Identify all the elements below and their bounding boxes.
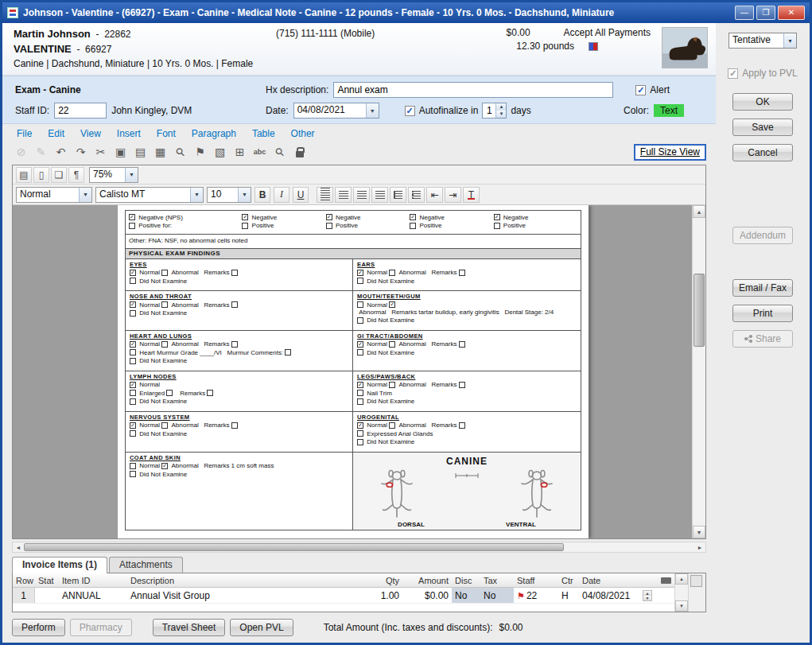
page-layout-icon[interactable]: ▤ (16, 167, 32, 183)
share-button[interactable]: Share (732, 330, 793, 348)
form-checkbox[interactable] (231, 341, 238, 348)
zoom-dropdown[interactable]: 75% ▼ (89, 167, 138, 183)
form-checkbox[interactable] (357, 317, 363, 324)
date-dropdown[interactable]: 04/08/2021 ▼ (293, 103, 379, 119)
cell-amount[interactable]: $0.00 (402, 590, 452, 601)
cell-row-number[interactable]: 1 (13, 588, 35, 603)
zoom-icon[interactable]: ⚲ (168, 139, 193, 165)
single-page-icon[interactable]: ▯ (33, 167, 49, 183)
form-checkbox[interactable] (459, 341, 465, 348)
alert-checkbox[interactable]: ✓ (635, 85, 646, 95)
tab-attachments[interactable]: Attachments (109, 557, 183, 573)
align-justify-icon[interactable] (371, 187, 388, 203)
form-checkbox[interactable] (357, 430, 363, 437)
scroll-down-icon[interactable]: ▼ (675, 600, 688, 612)
addendum-button[interactable]: Addendum (732, 227, 793, 244)
col-item-id[interactable]: Item ID (59, 576, 127, 585)
multi-page-icon[interactable]: ❏ (51, 167, 67, 183)
cell-ctr[interactable]: H (558, 590, 579, 601)
cell-qty[interactable]: 1.00 (363, 590, 402, 601)
form-checkbox[interactable] (357, 301, 363, 308)
col-description[interactable]: Description (127, 576, 363, 585)
form-checkbox[interactable]: ✓ (130, 341, 136, 348)
menu-insert[interactable]: Insert (117, 128, 141, 139)
cell-tax[interactable]: No (480, 588, 514, 603)
align-right-icon[interactable] (353, 187, 370, 203)
form-checkbox[interactable]: ✓ (242, 214, 248, 220)
perform-button[interactable]: Perform (12, 619, 65, 636)
insert-image-icon[interactable]: ▧ (211, 143, 229, 161)
form-checkbox[interactable]: ✓ (389, 301, 395, 308)
chevron-down-icon[interactable]: ▼ (125, 168, 138, 182)
form-checkbox[interactable] (357, 439, 363, 445)
hx-description-input[interactable] (333, 82, 613, 98)
col-amount[interactable]: Amount (402, 576, 452, 585)
form-checkbox[interactable]: ✓ (326, 214, 332, 220)
scroll-up-icon[interactable]: ▲ (675, 573, 688, 585)
ok-button[interactable]: OK (732, 93, 793, 111)
chevron-down-icon[interactable]: ▼ (238, 188, 251, 202)
status-dropdown[interactable]: Tentative ▼ (728, 33, 797, 49)
form-checkbox[interactable]: ✓ (357, 382, 363, 388)
form-checkbox[interactable]: ✓ (410, 214, 416, 220)
col-disc[interactable]: Disc (452, 576, 480, 585)
email-fax-button[interactable]: Email / Fax (732, 279, 793, 297)
form-checkbox[interactable] (161, 422, 168, 429)
cell-description[interactable]: Annual Visit Group (127, 590, 363, 601)
autofinalize-days-stepper[interactable]: ▲▼ (482, 103, 507, 119)
form-checkbox[interactable] (231, 422, 238, 429)
col-stat[interactable]: Stat (35, 576, 59, 585)
form-checkbox[interactable] (357, 349, 363, 356)
form-checkbox[interactable]: ✓ (494, 214, 500, 220)
form-checkbox[interactable] (166, 390, 173, 396)
italic-button[interactable]: I (274, 187, 289, 203)
copy-icon[interactable]: ▣ (111, 143, 130, 161)
menu-file[interactable]: File (17, 128, 32, 139)
document-scrollbar[interactable]: ▲ ▼ (692, 205, 705, 538)
form-checkbox[interactable] (357, 278, 363, 284)
pharmacy-button[interactable]: Pharmacy (70, 619, 132, 636)
form-checkbox[interactable] (161, 301, 168, 308)
invoice-row[interactable]: 1 ANNUAL Annual Visit Group 1.00 $0.00 N… (13, 588, 674, 604)
chevron-down-icon[interactable]: ▼ (190, 188, 203, 202)
cell-item-id[interactable]: ANNUAL (59, 590, 127, 601)
col-date[interactable]: Date (579, 576, 643, 585)
form-checkbox[interactable] (459, 270, 465, 276)
chevron-down-icon[interactable]: ▼ (79, 188, 91, 202)
scrollbar-thumb[interactable] (694, 274, 705, 347)
form-checkbox[interactable]: ✓ (130, 270, 136, 276)
redo-icon[interactable]: ↷ (72, 143, 90, 161)
form-checkbox[interactable] (161, 341, 168, 348)
form-checkbox[interactable]: ✓ (357, 341, 363, 348)
cell-disc[interactable]: No (452, 588, 480, 603)
form-checkbox[interactable] (410, 223, 416, 229)
maximize-button[interactable]: ❐ (756, 6, 775, 20)
form-checkbox[interactable] (231, 301, 238, 308)
row-options-box[interactable] (690, 575, 702, 587)
scroll-up-icon[interactable]: ▲ (693, 205, 705, 218)
print-button[interactable]: Print (732, 305, 793, 322)
form-checkbox[interactable]: ✓ (130, 422, 136, 429)
align-center-icon[interactable] (335, 187, 352, 203)
weight-history-icon[interactable] (589, 42, 598, 51)
undo-icon[interactable]: ↶ (52, 143, 70, 161)
form-checkbox[interactable] (130, 310, 136, 317)
form-checkbox[interactable] (130, 278, 136, 284)
form-checkbox[interactable] (389, 422, 395, 429)
document-canvas[interactable]: ✓ Negative (NPS) Positive for:✓ Negative… (13, 205, 692, 538)
form-checkbox[interactable] (130, 471, 136, 477)
apply-pvl-checkbox[interactable]: ✓ (728, 68, 738, 79)
travel-sheet-button[interactable]: Travel Sheet (153, 619, 226, 636)
cell-staff[interactable]: ⚑22 (514, 590, 558, 601)
form-checkbox[interactable]: ✓ (357, 270, 363, 276)
form-checkbox[interactable] (357, 390, 363, 396)
paragraph-style-dropdown[interactable]: Normal ▼ (16, 187, 92, 203)
form-checkbox[interactable] (130, 430, 136, 437)
close-button[interactable]: ✕ (778, 6, 805, 20)
menu-view[interactable]: View (80, 128, 101, 139)
titlebar[interactable]: Johnson - Valentine - (66927) - Exam - C… (2, 2, 810, 23)
col-qty[interactable]: Qty (363, 576, 402, 585)
form-checkbox[interactable]: ✓ (357, 422, 363, 429)
form-checkbox[interactable] (130, 463, 136, 469)
bold-button[interactable]: B (254, 187, 270, 203)
